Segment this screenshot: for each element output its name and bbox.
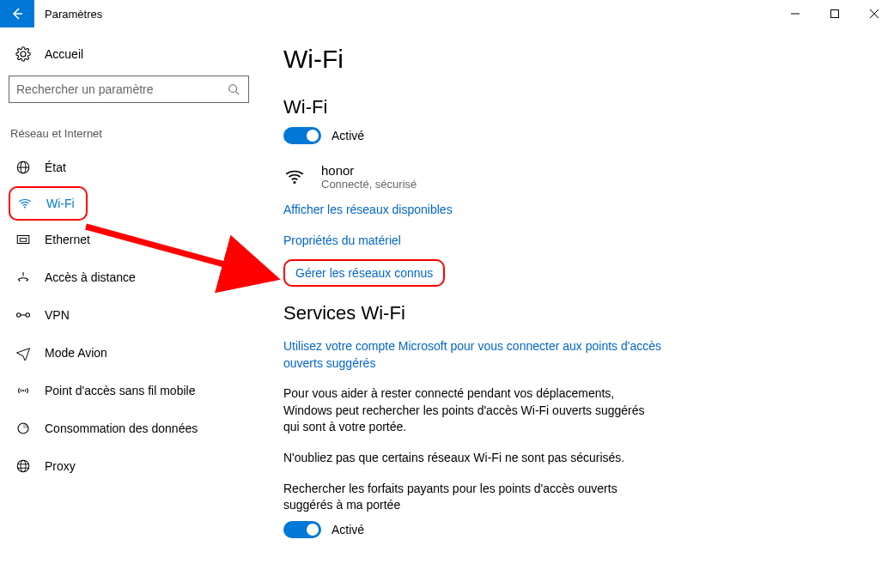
link-manage-known[interactable]: Gérer les réseaux connus	[295, 266, 433, 280]
services-para-2: N'oubliez pas que certains réseaux Wi-Fi…	[283, 450, 661, 467]
services-heading: Services Wi-Fi	[283, 302, 842, 324]
link-hardware-props[interactable]: Propriétés du matériel	[283, 233, 401, 247]
svg-point-14	[27, 280, 28, 282]
minimize-icon	[791, 9, 800, 18]
services-para-1: Pour vous aider à rester connecté pendan…	[283, 385, 661, 436]
search-icon	[228, 83, 241, 95]
airplane-icon	[15, 345, 31, 361]
window-controls	[775, 0, 894, 27]
sidebar-item-ethernet[interactable]: Ethernet	[9, 221, 249, 258]
services-para-3: Rechercher les forfaits payants pour les…	[283, 481, 661, 514]
dialup-icon	[15, 270, 31, 285]
main-content: Wi-Fi Wi-Fi Activé honor Connecté, sécur…	[258, 27, 894, 588]
wifi-toggle-label: Activé	[331, 129, 364, 142]
maximize-icon	[830, 9, 839, 18]
sidebar-item-vpn[interactable]: VPN	[9, 296, 249, 334]
sidebar-item-proxy[interactable]: Proxy	[9, 447, 249, 485]
sidebar-item-label: Point d'accès sans fil mobile	[45, 384, 195, 397]
sidebar-item-label: Proxy	[45, 459, 76, 473]
svg-point-16	[17, 313, 21, 318]
ethernet-icon	[15, 232, 31, 247]
arrow-left-icon	[10, 7, 24, 21]
sidebar-item-label: Mode Avion	[45, 346, 107, 360]
current-network[interactable]: honor Connecté, sécurisé	[283, 163, 842, 191]
sidebar-section-label: Réseau et Internet	[9, 127, 249, 149]
link-show-networks[interactable]: Afficher les réseaux disponibles	[283, 203, 453, 216]
data-usage-icon	[15, 421, 31, 436]
sidebar-item-airplane[interactable]: Mode Avion	[9, 334, 249, 372]
maximize-button[interactable]	[815, 0, 854, 27]
search-input[interactable]: Rechercher un paramètre	[9, 76, 249, 103]
svg-point-19	[22, 390, 24, 391]
back-button[interactable]	[0, 0, 34, 27]
close-icon	[870, 9, 879, 18]
sidebar-item-hotspot[interactable]: Point d'accès sans fil mobile	[9, 372, 249, 409]
network-name: honor	[321, 163, 417, 178]
link-ms-account[interactable]: Utilisez votre compte Microsoft pour vou…	[283, 338, 661, 372]
wifi-icon	[17, 196, 33, 211]
wifi-heading: Wi-Fi	[283, 96, 842, 118]
sidebar-item-label: Wi-Fi	[46, 197, 75, 210]
window-title: Paramètres	[34, 0, 775, 27]
titlebar: Paramètres	[0, 0, 894, 27]
sidebar-home-label: Accueil	[45, 47, 83, 61]
page-title: Wi-Fi	[283, 45, 842, 74]
sidebar-item-label: Ethernet	[45, 233, 90, 246]
svg-rect-11	[17, 236, 29, 244]
wifi-toggle[interactable]	[283, 127, 321, 144]
globe-icon	[15, 160, 31, 175]
sidebar-item-label: Consommation des données	[45, 421, 198, 435]
sidebar-home[interactable]: Accueil	[9, 41, 249, 67]
svg-point-13	[19, 280, 21, 282]
sidebar-item-label: VPN	[45, 308, 70, 322]
svg-point-21	[17, 460, 29, 472]
minimize-button[interactable]	[775, 0, 815, 27]
sidebar-item-dialup[interactable]: Accès à distance	[9, 258, 249, 296]
svg-point-17	[26, 313, 30, 318]
sidebar-item-label: Accès à distance	[45, 270, 136, 284]
sidebar-item-wifi[interactable]: Wi-Fi	[9, 186, 88, 221]
svg-rect-2	[831, 10, 839, 18]
close-button[interactable]	[854, 0, 894, 27]
proxy-icon	[15, 458, 31, 474]
svg-point-10	[24, 207, 26, 209]
search-placeholder: Rechercher un paramètre	[16, 82, 228, 96]
paid-plans-toggle-label: Activé	[331, 523, 364, 536]
svg-line-6	[236, 92, 240, 95]
paid-plans-toggle[interactable]	[283, 521, 321, 538]
svg-point-25	[293, 181, 295, 184]
hotspot-icon	[15, 383, 31, 398]
svg-point-5	[229, 85, 237, 93]
sidebar-item-label: État	[45, 161, 66, 174]
highlight-manage-known: Gérer les réseaux connus	[283, 259, 445, 287]
svg-point-24	[21, 460, 26, 472]
svg-rect-12	[20, 239, 27, 242]
sidebar-item-etat[interactable]: État	[9, 149, 249, 186]
wifi-signal-icon	[283, 166, 307, 188]
vpn-icon	[15, 309, 31, 321]
gear-icon	[15, 46, 31, 62]
sidebar: Accueil Rechercher un paramètre Réseau e…	[0, 27, 258, 588]
network-status: Connecté, sécurisé	[321, 178, 417, 191]
sidebar-item-data-usage[interactable]: Consommation des données	[9, 409, 249, 447]
